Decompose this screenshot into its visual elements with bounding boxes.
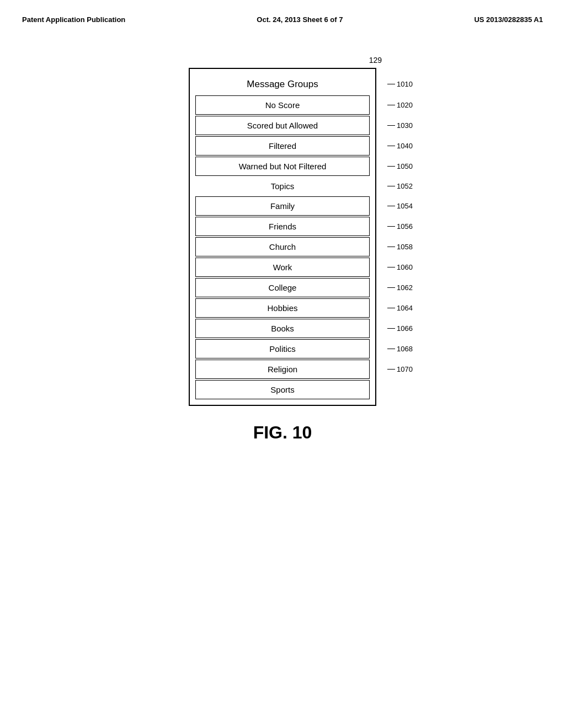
scored-allowed-row: Scored but Allowed xyxy=(195,116,370,135)
right-label-1068: 1068 xyxy=(387,345,413,353)
right-label-1040: 1040 xyxy=(387,142,413,150)
right-label-1050: 1050 xyxy=(387,162,413,170)
no-score-box: No Score xyxy=(195,95,370,115)
diagram-title: Message Groups xyxy=(195,74,370,94)
diagram-area: 129 Message Groups No Score Scored but A… xyxy=(189,68,376,406)
outer-box-label: 129 xyxy=(369,56,382,65)
no-score-row: No Score xyxy=(195,95,370,115)
filtered-box: Filtered xyxy=(195,136,370,156)
header-left: Patent Application Publication xyxy=(22,15,125,24)
sports-box: Sports xyxy=(195,380,370,399)
title-row: Message Groups xyxy=(195,74,370,94)
header-center: Oct. 24, 2013 Sheet 6 of 7 xyxy=(257,15,343,24)
page-header: Patent Application Publication Oct. 24, … xyxy=(0,0,565,24)
right-label-1020: 1020 xyxy=(387,101,413,109)
header-right: US 2013/0282835 A1 xyxy=(474,15,543,24)
religion-box: Religion xyxy=(195,360,370,379)
right-label-1064: 1064 xyxy=(387,304,413,312)
hobbies-box: Hobbies xyxy=(195,298,370,318)
right-label-1052: 1052 xyxy=(387,182,413,190)
church-box: Church xyxy=(195,237,370,256)
right-label-1070: 1070 xyxy=(387,365,413,373)
main-content: 129 Message Groups No Score Scored but A… xyxy=(0,68,565,406)
right-label-1060: 1060 xyxy=(387,263,413,271)
right-label-1058: 1058 xyxy=(387,243,413,251)
right-label-1054: 1054 xyxy=(387,202,413,210)
college-box: College xyxy=(195,278,370,297)
scored-allowed-box: Scored but Allowed xyxy=(195,116,370,135)
warned-row: Warned but Not Filtered xyxy=(195,157,370,176)
figure-caption: FIG. 10 xyxy=(0,422,565,443)
books-box: Books xyxy=(195,319,370,338)
right-label-1066: 1066 xyxy=(387,324,413,333)
work-box: Work xyxy=(195,258,370,277)
right-label-1056: 1056 xyxy=(387,222,413,231)
family-box: Family xyxy=(195,196,370,216)
friends-box: Friends xyxy=(195,217,370,236)
right-label-1062: 1062 xyxy=(387,283,413,292)
outer-box: Message Groups No Score Scored but Allow… xyxy=(189,68,376,406)
filtered-row: Filtered xyxy=(195,136,370,156)
right-label-1030: 1030 xyxy=(387,121,413,130)
topics-label: Topics xyxy=(195,177,370,195)
warned-box: Warned but Not Filtered xyxy=(195,157,370,176)
politics-box: Politics xyxy=(195,339,370,358)
right-label-1010: 1010 xyxy=(387,80,413,88)
